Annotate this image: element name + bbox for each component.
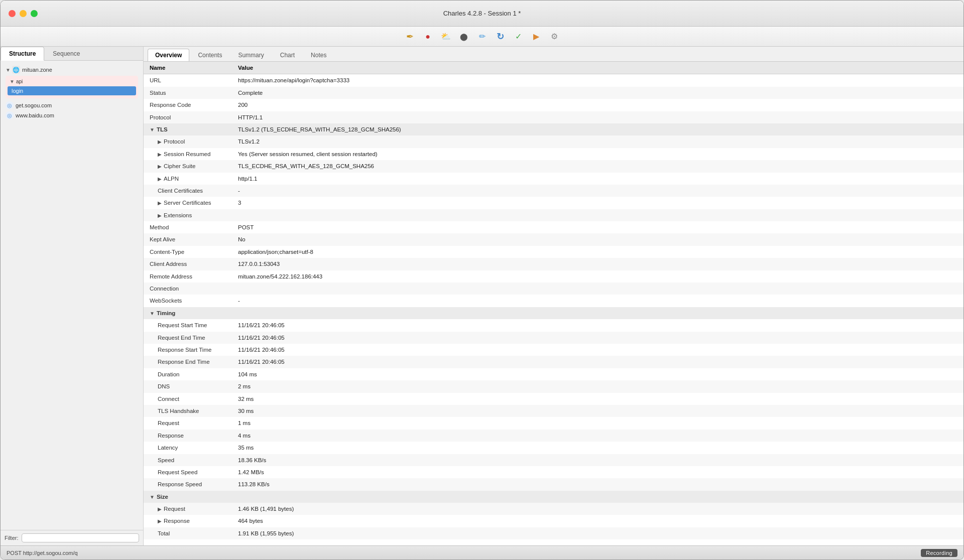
cell-name: Connection: [144, 283, 234, 295]
cell-name: ▶Cipher Suite: [144, 160, 234, 172]
cell-value: mituan.zone/54.222.162.186:443: [234, 270, 963, 283]
cell-value: 464 bytes: [234, 515, 963, 527]
cell-value: 11/16/21 20:46:05: [234, 332, 963, 344]
table-row: Kept AliveNo: [144, 233, 963, 245]
cell-name: Status: [144, 87, 234, 99]
toolbar: ✒ ● ⛅ ⬤ ✏ ↻ ✓ ▶ ⚙: [1, 27, 963, 47]
table-row: Client Certificates-: [144, 185, 963, 197]
table-row: Request End Time11/16/21 20:46:05: [144, 332, 963, 344]
tree-item-selected[interactable]: login: [8, 86, 136, 95]
table-row: Request Speed1.42 MB/s: [144, 466, 963, 478]
stop-icon[interactable]: ⬤: [458, 31, 470, 43]
compose-icon[interactable]: ✏: [476, 31, 488, 43]
cell-value: 1.42 MB/s: [234, 466, 963, 478]
tab-notes[interactable]: Notes: [303, 49, 334, 61]
tree-item-2[interactable]: ◎ get.sogou.com: [4, 100, 140, 110]
statusbar-text: POST http://get.sogou.com/q: [7, 550, 78, 556]
sidebar-tabs: Structure Sequence: [1, 47, 143, 61]
cell-name: Duration: [144, 368, 234, 380]
cell-value: 4 ms: [234, 430, 963, 442]
tab-structure[interactable]: Structure: [1, 47, 44, 61]
cell-value: 11/16/21 20:46:05: [234, 319, 963, 331]
cell-value: 2 ms: [234, 380, 963, 392]
cell-value: 127.0.0.1:53043: [234, 258, 963, 270]
cell-value: Complete: [234, 87, 963, 99]
close-button[interactable]: [9, 10, 16, 17]
data-table: Name Value URLhttps://mituan.zone/api/lo…: [144, 62, 963, 539]
tab-sequence[interactable]: Sequence: [44, 47, 88, 60]
cell-value: 1 ms: [234, 417, 963, 429]
table-row: ▼Size: [144, 491, 963, 503]
cell-name: Client Certificates: [144, 185, 234, 197]
filter-input[interactable]: [22, 533, 140, 542]
maximize-button[interactable]: [31, 10, 38, 17]
cell-name: ▼Size: [144, 491, 234, 503]
main-window: Charles 4.2.8 - Session 1 * ✒ ● ⛅ ⬤ ✏ ↻ …: [0, 0, 964, 560]
table-row: ▶ALPNhttp/1.1: [144, 173, 963, 185]
check-icon[interactable]: ✓: [512, 31, 524, 43]
cell-name: ▶Protocol: [144, 135, 234, 148]
cell-value: 18.36 KB/s: [234, 454, 963, 466]
titlebar: Charles 4.2.8 - Session 1 *: [1, 1, 963, 27]
cell-name: URL: [144, 74, 234, 87]
cell-value: TLSv1.2: [234, 135, 963, 148]
cell-name: Latency: [144, 442, 234, 454]
table-row: Response End Time11/16/21 20:46:05: [144, 356, 963, 368]
minimize-button[interactable]: [20, 10, 27, 17]
table-row: Response Code200: [144, 99, 963, 111]
table-row: ProtocolHTTP/1.1: [144, 111, 963, 123]
cell-value: 1.46 KB (1,491 bytes): [234, 503, 963, 515]
tab-overview[interactable]: Overview: [148, 49, 189, 61]
tree-root: ▼ 🌐 mituan.zone ▼ api login: [1, 63, 143, 122]
tree-item-selected-parent[interactable]: ▼ api: [8, 78, 136, 85]
table-row: ▼Timing: [144, 307, 963, 319]
tab-chart[interactable]: Chart: [273, 49, 302, 61]
cell-value: 11/16/21 20:46:05: [234, 344, 963, 356]
settings-icon[interactable]: ⚙: [548, 31, 560, 43]
cell-value: 11/16/21 20:46:05: [234, 356, 963, 368]
cell-value: application/json;charset=utf-8: [234, 246, 963, 258]
cell-name: Request Speed: [144, 466, 234, 478]
cell-name: Content-Type: [144, 246, 234, 258]
cell-value: -: [234, 185, 963, 197]
sidebar-tree: ▼ 🌐 mituan.zone ▼ api login: [1, 61, 143, 530]
record-icon[interactable]: ●: [422, 31, 434, 43]
refresh-icon[interactable]: ↻: [494, 31, 506, 43]
cell-value: [234, 283, 963, 295]
cell-value: http/1.1: [234, 173, 963, 185]
table-row: Connection: [144, 283, 963, 295]
table-row: Total1.91 KB (1,955 bytes): [144, 527, 963, 539]
cell-name: ▶Response: [144, 515, 234, 527]
window-controls: [9, 10, 38, 17]
cell-name: Connect: [144, 393, 234, 405]
recording-badge: Recording: [921, 549, 957, 557]
tab-summary[interactable]: Summary: [230, 49, 271, 61]
table-row: URLhttps://mituan.zone/api/login?captcha…: [144, 74, 963, 87]
cell-name: DNS: [144, 380, 234, 392]
table-row: Request1 ms: [144, 417, 963, 429]
table-row: Request Start Time11/16/21 20:46:05: [144, 319, 963, 331]
tab-contents[interactable]: Contents: [190, 49, 229, 61]
sidebar-filter-row: Filter:: [1, 530, 143, 545]
cell-value: TLS_ECDHE_RSA_WITH_AES_128_GCM_SHA256: [234, 160, 963, 172]
tree-item[interactable]: ▼ 🌐 mituan.zone: [4, 65, 140, 75]
cell-value: https://mituan.zone/api/login?captcha=33…: [234, 74, 963, 87]
cell-name: Response Speed: [144, 478, 234, 490]
table-row: TLS Handshake30 ms: [144, 405, 963, 417]
next-icon[interactable]: ▶: [530, 31, 542, 43]
cell-value: 104 ms: [234, 368, 963, 380]
table-row: Remote Addressmituan.zone/54.222.162.186…: [144, 270, 963, 283]
cell-value: [234, 491, 963, 503]
table-row: Connect32 ms: [144, 393, 963, 405]
cell-value: [234, 209, 963, 221]
table-row: ▶Cipher SuiteTLS_ECDHE_RSA_WITH_AES_128_…: [144, 160, 963, 172]
cell-value: Yes (Server session resumed, client sess…: [234, 148, 963, 160]
cell-value: [234, 307, 963, 319]
tree-item-3[interactable]: ◎ www.baidu.com: [4, 110, 140, 120]
cell-name: Method: [144, 221, 234, 233]
pen-icon[interactable]: ✒: [404, 31, 416, 43]
cell-name: ▶Extensions: [144, 209, 234, 221]
throttle-icon[interactable]: ⛅: [440, 31, 452, 43]
cell-name: Protocol: [144, 111, 234, 123]
cell-name: Remote Address: [144, 270, 234, 283]
